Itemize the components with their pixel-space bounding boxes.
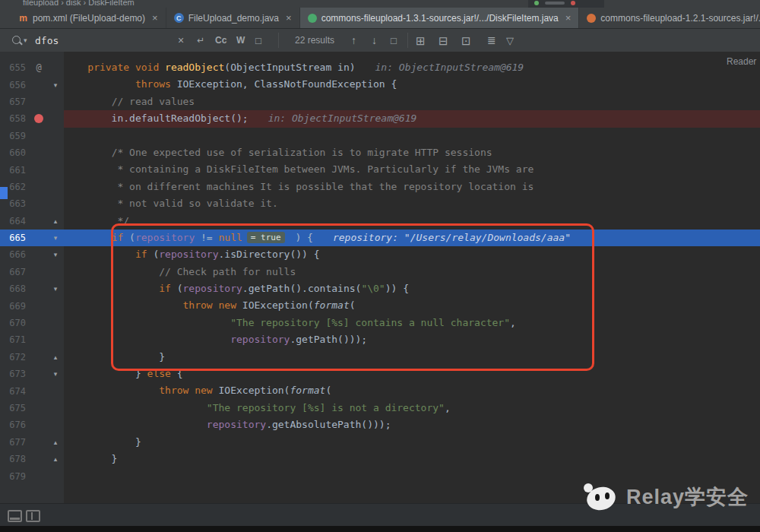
- code-line[interactable]: 675 "The repository [%s] is not a direct…: [0, 400, 760, 416]
- code-text[interactable]: repository.getPath()));: [64, 331, 760, 348]
- line-number[interactable]: 677: [0, 434, 30, 451]
- code-text[interactable]: }: [64, 434, 760, 451]
- close-icon[interactable]: ×: [565, 12, 572, 24]
- code-line[interactable]: 670 "The repository [%s] contains a null…: [0, 315, 760, 331]
- line-number[interactable]: 659: [0, 128, 30, 144]
- fold-icon[interactable]: ▾: [47, 246, 64, 263]
- code-text[interactable]: if (repository.isDirectory()) {: [64, 246, 760, 263]
- line-number[interactable]: 660: [0, 144, 30, 161]
- run-config-selector[interactable]: [545, 2, 565, 5]
- code-text[interactable]: "The repository [%s] is not a directory"…: [64, 400, 760, 416]
- code-text[interactable]: }: [64, 451, 760, 467]
- code-line[interactable]: 666▾ if (repository.isDirectory()) {: [0, 246, 760, 263]
- annotation-gutter-icon[interactable]: @: [30, 59, 47, 76]
- code-line[interactable]: 667 // Check path for nulls: [0, 264, 760, 280]
- filter-funnel-icon[interactable]: ▽: [506, 36, 514, 46]
- code-line[interactable]: 672▴ }: [0, 349, 760, 366]
- code-text[interactable]: if (repository.getPath().contains("\0"))…: [64, 280, 760, 297]
- code-text[interactable]: if (repository != null= true ) {reposito…: [64, 230, 760, 246]
- code-text[interactable]: // Check path for nulls: [64, 264, 760, 280]
- layout-columns-icon[interactable]: [26, 510, 40, 522]
- fold-icon[interactable]: ▴: [47, 349, 64, 366]
- code-line[interactable]: 676 repository.getAbsolutePath()));: [0, 416, 760, 433]
- run-icon[interactable]: [534, 1, 539, 5]
- line-number[interactable]: 673: [0, 366, 30, 382]
- filter-lines-icon[interactable]: ≣: [487, 35, 496, 46]
- tab-diskfileitem-java[interactable]: commons-fileupload-1.3.1-sources.jar!/..…: [300, 8, 580, 28]
- code-line[interactable]: 662 * on different machines It is possib…: [0, 179, 760, 195]
- line-number[interactable]: 657: [0, 93, 30, 110]
- code-line[interactable]: 660 /* One expected use of serialization…: [0, 144, 760, 161]
- code-text[interactable]: }: [64, 349, 760, 366]
- code-text[interactable]: repository.getAbsolutePath()));: [64, 416, 760, 433]
- line-number[interactable]: 668: [0, 280, 30, 297]
- search-history-caret-icon[interactable]: ▾: [24, 37, 27, 44]
- line-number[interactable]: 675: [0, 400, 30, 416]
- line-number[interactable]: 655: [0, 59, 30, 76]
- code-line[interactable]: 677▴ }: [0, 434, 760, 451]
- open-in-find-window-icon[interactable]: □: [391, 36, 397, 46]
- code-line[interactable]: 656▾ throws IOException, ClassNotFoundEx…: [0, 76, 760, 93]
- newline-icon[interactable]: ↵: [197, 36, 204, 45]
- previous-occurrence-icon[interactable]: ↑: [351, 35, 356, 46]
- code-line[interactable]: 664▴ */: [0, 213, 760, 230]
- line-number[interactable]: 669: [0, 297, 30, 314]
- clear-icon[interactable]: ×: [178, 35, 184, 46]
- code-line[interactable]: 658 in.defaultReadObject();in: ObjectInp…: [0, 110, 760, 127]
- close-icon[interactable]: ×: [286, 12, 292, 24]
- fold-icon[interactable]: ▴: [47, 213, 64, 230]
- search-input[interactable]: dfos: [35, 36, 59, 46]
- code-text[interactable]: throw new IOException(format(: [64, 297, 760, 314]
- code-line[interactable]: 668▾ if (repository.getPath().contains("…: [0, 280, 760, 297]
- fold-icon[interactable]: ▾: [47, 76, 64, 93]
- code-text[interactable]: * on different machines It is possible t…: [64, 179, 760, 195]
- code-line[interactable]: 663 * not valid so validate it.: [0, 195, 760, 212]
- code-line[interactable]: 659: [0, 128, 760, 144]
- code-text[interactable]: in.defaultReadObject();in: ObjectInputSt…: [64, 110, 760, 127]
- add-occurrence-icon[interactable]: ⊞: [416, 35, 426, 46]
- code-line[interactable]: 673▾ } else {: [0, 366, 760, 382]
- code-line[interactable]: 657 // read values: [0, 93, 760, 110]
- tab-pom-xml[interactable]: m pom.xml (FileUpload-demo) ×: [11, 8, 166, 28]
- code-text[interactable]: [64, 128, 760, 144]
- code-line[interactable]: 671 repository.getPath()));: [0, 331, 760, 348]
- words-toggle[interactable]: W: [236, 36, 245, 45]
- code-text[interactable]: throws IOException, ClassNotFoundExcepti…: [64, 76, 760, 93]
- stop-icon[interactable]: [571, 1, 575, 5]
- line-number[interactable]: 658: [0, 110, 30, 127]
- fold-icon[interactable]: ▾: [47, 366, 64, 382]
- fold-icon[interactable]: ▴: [47, 451, 64, 467]
- line-number[interactable]: 656: [0, 76, 30, 93]
- line-number[interactable]: 667: [0, 264, 30, 280]
- code-text[interactable]: /* One expected use of serialization is …: [64, 144, 760, 161]
- breakpoint-icon[interactable]: [30, 110, 47, 127]
- code-line[interactable]: 669 throw new IOException(format(: [0, 297, 760, 314]
- code-text[interactable]: */: [64, 213, 760, 230]
- code-text[interactable]: "The repository [%s] contains a null cha…: [64, 315, 760, 331]
- line-number[interactable]: 674: [0, 382, 30, 399]
- remove-occurrence-icon[interactable]: ⊟: [439, 35, 448, 46]
- line-number[interactable]: 678: [0, 451, 30, 467]
- fold-icon[interactable]: ▾: [47, 280, 64, 297]
- code-text[interactable]: // read values: [64, 93, 760, 110]
- code-line[interactable]: 655@ private void readObject(ObjectInput…: [0, 59, 760, 76]
- fold-icon[interactable]: ▴: [47, 434, 64, 451]
- line-number[interactable]: 672: [0, 349, 30, 366]
- line-number[interactable]: 665: [0, 230, 30, 246]
- window-panel-icon[interactable]: [8, 510, 22, 522]
- match-case-toggle[interactable]: Cc: [215, 36, 226, 45]
- line-number[interactable]: 679: [0, 467, 30, 484]
- select-all-occurrences-icon[interactable]: ⊡: [461, 35, 471, 46]
- tab-commons-fileupload-121[interactable]: commons-fileupload-1.2.1-sources.jar!/..…: [579, 8, 760, 28]
- close-icon[interactable]: ×: [152, 12, 158, 24]
- code-text[interactable]: * containing a DiskFileItem between JVMs…: [64, 161, 760, 178]
- line-number[interactable]: 676: [0, 416, 30, 433]
- next-occurrence-icon[interactable]: ↓: [372, 35, 377, 46]
- breadcrumb[interactable]: fileupload › disk › DiskFileItem: [23, 0, 135, 7]
- code-line[interactable]: 665▾ if (repository != null= true ) {rep…: [0, 230, 760, 246]
- tab-fileupload-demo-java[interactable]: C FileUpload_demo.java ×: [166, 8, 300, 28]
- code-text[interactable]: * not valid so validate it.: [64, 195, 760, 212]
- line-number[interactable]: 671: [0, 331, 30, 348]
- fold-icon[interactable]: ▾: [47, 230, 64, 246]
- line-number[interactable]: 664: [0, 213, 30, 230]
